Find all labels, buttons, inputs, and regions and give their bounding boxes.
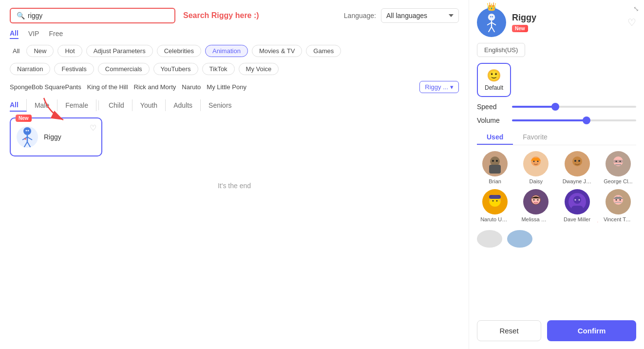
chip-narration[interactable]: Narration (10, 63, 50, 75)
language-select[interactable]: All languages English Chinese Japanese (381, 8, 459, 23)
search-placeholder: Search Riggy here :) (183, 11, 259, 20)
series-spongebob[interactable]: SpongeBob SquarePants (10, 83, 81, 91)
chip-festivals[interactable]: Festivals (54, 63, 94, 75)
used-voice-george[interactable]: George Cl... (600, 151, 636, 184)
used-voice-brian[interactable]: Brian (477, 151, 513, 184)
dave-avatar-icon (568, 192, 587, 212)
collapse-icon[interactable]: ⤡ (633, 5, 639, 13)
tab-free[interactable]: Free (49, 30, 63, 39)
voice-name-riggy: Riggy (44, 133, 61, 141)
used-voice-melissa[interactable]: Melissa Mo... (518, 189, 554, 222)
end-text: It's the end (10, 182, 459, 190)
series-kinghill[interactable]: King of the Hill (87, 83, 128, 91)
svg-point-47 (573, 196, 581, 204)
dwayne-avatar-icon (568, 154, 587, 174)
svg-line-8 (27, 137, 32, 140)
filter-chips-2: Narration Festivals Commercials YouTuber… (10, 63, 459, 75)
svg-point-50 (578, 199, 580, 201)
series-pony[interactable]: My Little Pony (207, 83, 246, 91)
style-default-button[interactable]: 🙂 Default (477, 63, 511, 97)
gender-female[interactable]: Female (57, 99, 96, 111)
chip-celebrities[interactable]: Celebrities (157, 45, 201, 57)
used-avatar-daisy (523, 151, 549, 176)
chip-myvoice[interactable]: My Voice (239, 63, 279, 75)
chip-movies[interactable]: Movies & TV (252, 45, 302, 57)
tab-vip[interactable]: VIP (28, 30, 39, 39)
search-row: 🔍 Search Riggy here :) Language: All lan… (10, 8, 459, 23)
gender-all[interactable]: All (10, 99, 27, 112)
svg-rect-48 (571, 206, 583, 212)
used-name-daisy: Daisy (530, 178, 543, 184)
volume-fill (512, 119, 587, 121)
used-name-dwayne: Dwayne Jo... (563, 178, 592, 184)
naruto-avatar-icon (485, 192, 505, 212)
used-avatar-extra2 (507, 230, 532, 248)
search-box[interactable]: 🔍 (10, 8, 175, 23)
confirm-button[interactable]: Confirm (547, 320, 636, 341)
chip-hot[interactable]: Hot (57, 45, 82, 57)
tab-used[interactable]: Used (477, 130, 513, 145)
tab-all[interactable]: All (10, 29, 19, 39)
language-button[interactable]: English(US) (477, 43, 525, 57)
series-naruto[interactable]: Naruto (182, 83, 201, 91)
chip-games[interactable]: Games (306, 45, 341, 57)
gender-youth[interactable]: Youth (133, 99, 166, 111)
used-voice-extra1[interactable] (477, 230, 502, 248)
svg-point-49 (574, 199, 576, 201)
series-row: SpongeBob SquarePants King of the Hill R… (10, 81, 459, 93)
speed-track[interactable] (512, 106, 636, 108)
speed-label: Speed (477, 103, 506, 111)
voice-name-section: Riggy New (512, 13, 536, 32)
used-voice-extra2[interactable] (507, 230, 532, 248)
svg-point-1 (23, 127, 31, 135)
series-rickmorty[interactable]: Rick and Morty (134, 83, 176, 91)
used-avatar-extra1 (477, 230, 502, 248)
used-voice-naruto[interactable]: Naruto Uzu... (477, 189, 513, 222)
search-input[interactable] (28, 12, 169, 19)
gender-male[interactable]: Male (27, 99, 57, 111)
favorite-heart-riggy[interactable]: ♡ (90, 123, 96, 133)
used-voice-dwayne[interactable]: Dwayne Jo... (559, 151, 595, 184)
chip-tiktok[interactable]: TikTok (202, 63, 235, 75)
gender-row: All Male Female Child Youth Adults Senio… (10, 99, 459, 112)
used-voice-daisy[interactable]: Daisy (518, 151, 554, 184)
chip-all[interactable]: All (10, 45, 22, 57)
voices-grid: New Riggy ♡ (10, 117, 459, 156)
language-row: Language: All languages English Chinese … (344, 8, 459, 23)
volume-thumb[interactable] (583, 116, 590, 124)
filter-chips: All New Hot Adjust Parameters Celebritie… (10, 45, 459, 57)
gender-adults[interactable]: Adults (166, 99, 201, 111)
reset-button[interactable]: Reset (477, 320, 541, 341)
svg-point-28 (537, 161, 539, 162)
svg-point-24 (492, 160, 494, 162)
chip-youtubers[interactable]: YouTubers (153, 63, 198, 75)
chip-animation[interactable]: Animation (205, 45, 248, 57)
gender-seniors[interactable]: Seniors (201, 99, 239, 111)
svg-point-34 (615, 161, 617, 162)
right-panel-favorite-heart[interactable]: ♡ (627, 17, 636, 28)
series-more-button[interactable]: Riggy ... ▾ (419, 81, 459, 93)
svg-point-31 (578, 160, 580, 162)
used-favorite-tabs: Used Favorite (477, 130, 636, 145)
svg-point-11 (24, 138, 26, 140)
used-name-dave: Dave Miller (564, 216, 590, 222)
used-name-brian: Brian (489, 178, 501, 184)
svg-line-18 (487, 22, 492, 25)
volume-slider-row: Volume (477, 116, 636, 124)
chip-new[interactable]: New (26, 45, 54, 57)
volume-track[interactable] (512, 119, 636, 121)
gender-child[interactable]: Child (101, 99, 133, 111)
svg-line-21 (492, 27, 494, 32)
voice-card-riggy[interactable]: New Riggy ♡ (10, 117, 102, 156)
speed-thumb[interactable] (551, 103, 559, 111)
used-avatar-dwayne (565, 151, 590, 176)
used-voice-dave[interactable]: Dave Miller (559, 189, 595, 222)
chip-commercials[interactable]: Commercials (98, 63, 150, 75)
tab-favorite[interactable]: Favorite (513, 130, 557, 145)
daisy-avatar-icon (526, 154, 546, 174)
used-voice-vincent[interactable]: Vincent Te... (600, 189, 636, 222)
brian-avatar-icon (485, 154, 505, 174)
riggy-character-icon (18, 126, 37, 148)
chip-adjust[interactable]: Adjust Parameters (86, 45, 153, 57)
used-name-vincent: Vincent Te... (604, 216, 633, 222)
